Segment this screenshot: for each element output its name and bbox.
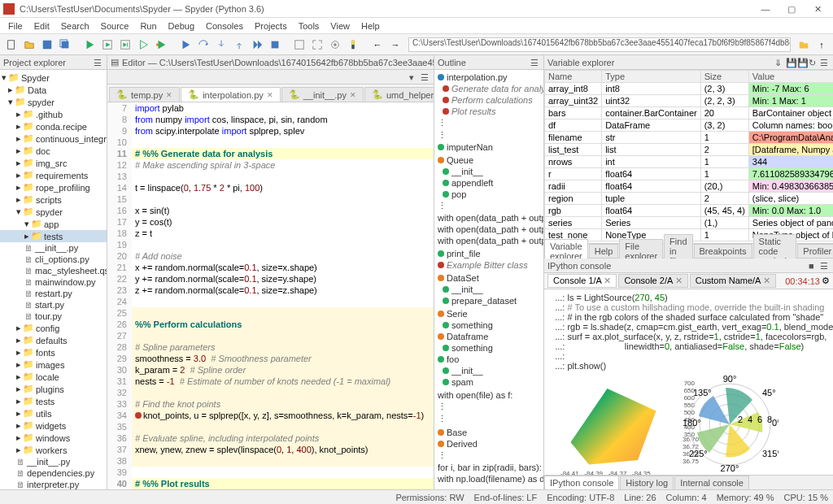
varexp-tab[interactable]: Breakpoints (694, 244, 752, 259)
outline-item[interactable]: foo (436, 354, 542, 365)
var-cell[interactable]: Min: 0.498303663853687 Max: 9.8568407949… (748, 180, 833, 193)
run-cell-icon[interactable] (99, 37, 116, 53)
var-row[interactable]: rgbfloat64(45, 45, 4)Min: 0.0 Max: 1.0 (545, 205, 834, 217)
var-cell[interactable]: 1 (700, 132, 748, 144)
var-cell[interactable]: Min: 1 Max: 1 (748, 95, 833, 107)
preferences-icon[interactable] (327, 37, 343, 53)
menu-run[interactable]: Run (135, 20, 161, 33)
var-cell[interactable]: container.BarContainer (602, 107, 701, 119)
fullscreen-icon[interactable] (309, 37, 325, 53)
varexp-tab[interactable]: Profiler (797, 244, 833, 259)
var-cell[interactable]: (3, 2) (700, 119, 748, 132)
var-cell[interactable]: 2 (700, 193, 748, 205)
tree-item[interactable]: 🗎 __init__.py (0, 456, 107, 467)
save-all-icon[interactable] (57, 37, 73, 53)
code-line[interactable]: 40# %% Plot results (107, 478, 434, 489)
var-cell[interactable]: tuple (602, 193, 701, 205)
var-cell[interactable]: C:\ProgramData\Anaconda3\lib\site-packa… (748, 132, 833, 144)
code-line[interactable]: 34knot_points, u = splprep([x, y, z], s=… (107, 410, 434, 421)
var-col-header[interactable]: Name (545, 71, 602, 83)
menu-file[interactable]: File (3, 20, 28, 33)
outline-item[interactable]: appendleft (436, 177, 542, 189)
menu-debug[interactable]: Debug (164, 20, 199, 33)
code-line[interactable]: 28# Spline parameters (107, 341, 434, 353)
var-cell[interactable]: BarContainer object of matplotlib.conta… (748, 107, 833, 119)
code-line[interactable]: 24 (107, 296, 434, 307)
tree-item[interactable]: ▸ 📁 config (0, 322, 107, 334)
new-file-icon[interactable] (3, 37, 20, 53)
interrupt-icon[interactable]: ■ (809, 261, 818, 271)
code-line[interactable]: 39 (107, 467, 434, 478)
tree-item[interactable]: 🗎 start.py (0, 299, 107, 311)
outline-item[interactable]: Example Bitter class (436, 259, 542, 271)
outline-tree[interactable]: interpolation.pyGenerate data for analys… (434, 70, 543, 489)
var-row[interactable]: array_uint32uint32(2, 2, 3)Min: 1 Max: 1 (545, 95, 834, 107)
tree-item[interactable]: ▸ 📁 images (0, 358, 107, 371)
var-row[interactable]: rfloat6417.611082589334796 (545, 168, 834, 180)
outline-item[interactable]: Serie (436, 308, 542, 319)
stop-debug-icon[interactable] (267, 37, 283, 53)
browse-tabs-icon[interactable]: ▾ (409, 72, 419, 82)
code-line[interactable]: 38 (107, 455, 434, 467)
code-line[interactable]: 25 (107, 307, 434, 319)
tree-item[interactable]: 🗎 __init__.py (0, 242, 107, 254)
tree-item[interactable]: 🗎 restart.py (0, 288, 107, 299)
menu-projects[interactable]: Projects (250, 20, 292, 33)
tree-item[interactable]: 🗎 mainwindow.py (0, 276, 107, 288)
outline-item[interactable]: ⋮ (436, 200, 542, 212)
outline-item[interactable]: Perform calculations (436, 94, 542, 106)
tree-item[interactable]: ▸ 📁 defaults (0, 334, 107, 346)
var-cell[interactable]: 1 (700, 168, 748, 180)
import-data-icon[interactable]: ⇓ (774, 58, 784, 67)
save-icon[interactable] (39, 37, 55, 53)
python-path-icon[interactable] (345, 37, 361, 53)
outline-item[interactable]: pop (436, 189, 542, 200)
code-line[interactable]: 17y = cos(t) (107, 216, 434, 228)
var-row[interactable]: dfDataFrame(3, 2)Column names: bools, in… (545, 119, 834, 132)
code-editor[interactable]: 7import pylab8from numpy import cos, lin… (107, 102, 434, 489)
outline-item[interactable]: prepare_dataset (436, 295, 542, 306)
var-row[interactable]: seriesSeries(1,)Series object of pandas.… (545, 217, 834, 229)
var-col-header[interactable]: Size (700, 71, 748, 83)
var-cell[interactable]: bars (545, 107, 602, 119)
save-as-icon[interactable]: 💾 (797, 58, 807, 67)
debug-icon[interactable] (177, 37, 194, 53)
tree-item[interactable]: ▸ 📁 tests (0, 395, 107, 407)
tree-item[interactable]: 🗎 cli_options.py (0, 254, 107, 265)
tree-item[interactable]: ▸ 📁 conda.recipe (0, 120, 107, 133)
outline-item[interactable]: spam (436, 376, 542, 388)
var-cell[interactable]: r (545, 168, 602, 180)
menu-tools[interactable]: Tools (294, 20, 325, 33)
var-cell[interactable]: DataFrame (602, 119, 701, 132)
tree-item[interactable]: ▸ 📁 utils (0, 407, 107, 419)
working-dir-input[interactable]: C:\Users\TestUser\Downloads\1674015642fb… (408, 37, 791, 52)
code-line[interactable]: 31nests = -1 # Estimate of number of kno… (107, 376, 434, 387)
tree-item[interactable]: 🗎 mac_stylesheet.qss (0, 265, 107, 276)
code-line[interactable]: 37xnew, ynew, znew = splev(linspace(0, 1… (107, 444, 434, 455)
var-cell[interactable]: 20 (700, 107, 748, 119)
tree-item[interactable]: ▾ 📁 spyder (0, 206, 107, 218)
var-cell[interactable]: nrows (545, 156, 602, 168)
var-cell[interactable]: str (602, 132, 701, 144)
code-line[interactable]: 10 (107, 137, 434, 148)
var-cell[interactable]: int8 (602, 83, 701, 95)
rerun-icon[interactable] (153, 37, 169, 53)
var-cell[interactable]: 1 (700, 229, 748, 241)
open-file-icon[interactable] (21, 37, 37, 53)
code-line[interactable]: 11# %% Generate data for analysis (107, 148, 434, 159)
code-line[interactable]: 7import pylab (107, 102, 434, 114)
var-cell[interactable]: (1,) (700, 217, 748, 229)
code-line[interactable]: 26%% Perform calculations (107, 319, 434, 330)
step-out-icon[interactable] (231, 37, 247, 53)
var-cell[interactable]: int (602, 156, 701, 168)
outline-item[interactable]: with open(data_path + output_file_n… (436, 212, 542, 224)
browse-dir-icon[interactable] (796, 37, 812, 53)
code-line[interactable]: 13 (107, 171, 434, 182)
var-cell[interactable]: float64 (602, 168, 701, 180)
editor-options-icon[interactable]: ☰ (421, 72, 430, 82)
refresh-icon[interactable]: ↻ (809, 58, 818, 67)
outline-item[interactable]: with open(file) as f: (436, 389, 542, 401)
code-line[interactable]: 21x += random.normal(scale=0.1, size=x.s… (107, 262, 434, 273)
tree-item[interactable]: ▸ 📁 locale (0, 371, 107, 383)
tree-item[interactable]: ▸ 📁 Data (0, 84, 107, 96)
